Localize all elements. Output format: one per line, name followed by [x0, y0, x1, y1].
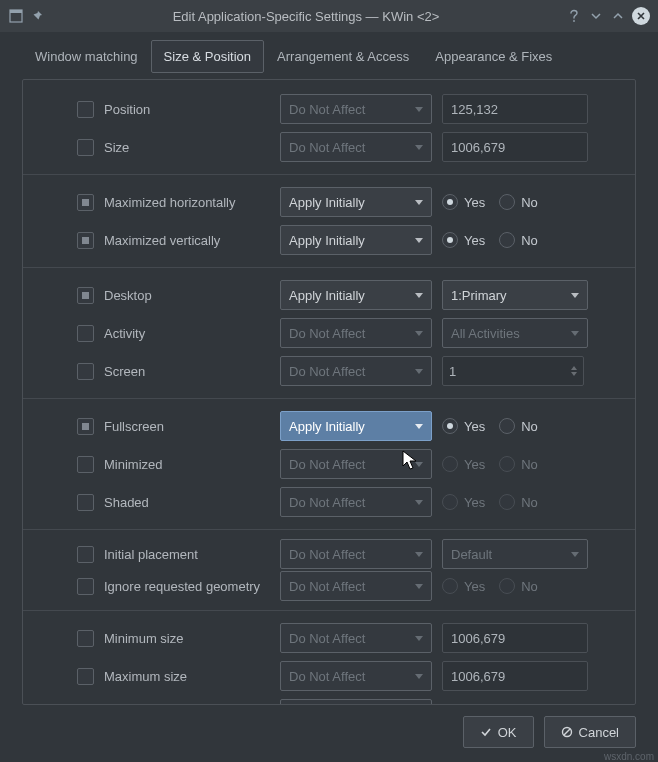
enable-fullscreen-checkbox[interactable]: [77, 418, 94, 435]
enable-position-checkbox[interactable]: [77, 101, 94, 118]
rule-fullscreen-select[interactable]: Apply Initially: [280, 411, 432, 441]
rule-screen-select[interactable]: Do Not Affect: [280, 356, 432, 386]
enable-activity-checkbox[interactable]: [77, 325, 94, 342]
tab-appearance-fixes[interactable]: Appearance & Fixes: [422, 40, 565, 73]
dialog-button-bar: OK Cancel: [463, 716, 636, 748]
label-ignoregeom: Ignore requested geometry: [104, 579, 270, 594]
activity-value-select[interactable]: All Activities: [442, 318, 588, 348]
rule-size-select[interactable]: Do Not Affect: [280, 132, 432, 162]
row-shaded: Shaded Do Not Affect Yes No: [77, 483, 607, 521]
rule-position-select[interactable]: Do Not Affect: [280, 94, 432, 124]
position-value-input[interactable]: 125,132: [442, 94, 588, 124]
rule-minimized-select[interactable]: Do Not Affect: [280, 449, 432, 479]
spin-arrows-icon: [571, 366, 577, 376]
enable-minsize-checkbox[interactable]: [77, 630, 94, 647]
help-icon[interactable]: [566, 8, 582, 24]
desktop-value-select[interactable]: 1:Primary: [442, 280, 588, 310]
ignoregeom-yes-radio[interactable]: Yes: [442, 578, 485, 594]
ignoregeom-radio-group: Yes No: [442, 578, 538, 594]
check-icon: [480, 726, 492, 738]
settings-panel: Position Do Not Affect 125,132 Size Do N…: [22, 79, 636, 705]
chevron-down-icon: [415, 462, 423, 467]
size-value-input[interactable]: 1006,679: [442, 132, 588, 162]
rule-maxh-select[interactable]: Apply Initially: [280, 187, 432, 217]
chevron-down-icon: [571, 293, 579, 298]
row-maximized-horizontally: Maximized horizontally Apply Initially Y…: [77, 183, 607, 221]
pin-icon[interactable]: [30, 8, 46, 24]
chevron-down-icon: [415, 238, 423, 243]
rule-ignoregeom-select[interactable]: Do Not Affect: [280, 571, 432, 601]
label-maxv: Maximized vertically: [104, 233, 270, 248]
row-activity: Activity Do Not Affect All Activities: [77, 314, 607, 352]
maxsize-value-input[interactable]: 1006,679: [442, 661, 588, 691]
row-size: Size Do Not Affect 1006,679: [77, 128, 607, 166]
rule-minsize-select[interactable]: Do Not Affect: [280, 623, 432, 653]
rule-shaded-select[interactable]: Do Not Affect: [280, 487, 432, 517]
maxh-yes-radio[interactable]: Yes: [442, 194, 485, 210]
tab-size-position[interactable]: Size & Position: [151, 40, 264, 73]
maxv-no-radio[interactable]: No: [499, 232, 538, 248]
chevron-down-icon: [415, 369, 423, 374]
tab-arrangement-access[interactable]: Arrangement & Access: [264, 40, 422, 73]
shaded-no-radio[interactable]: No: [499, 494, 538, 510]
chevron-down-icon: [415, 200, 423, 205]
row-initial-placement: Initial placement Do Not Affect Default: [77, 538, 607, 570]
label-position: Position: [104, 102, 270, 117]
maxh-radio-group: Yes No: [442, 194, 538, 210]
row-maximized-vertically: Maximized vertically Apply Initially Yes…: [77, 221, 607, 259]
maxv-yes-radio[interactable]: Yes: [442, 232, 485, 248]
rule-maxv-select[interactable]: Apply Initially: [280, 225, 432, 255]
label-desktop: Desktop: [104, 288, 270, 303]
label-minsize: Minimum size: [104, 631, 270, 646]
fullscreen-yes-radio[interactable]: Yes: [442, 418, 485, 434]
tab-window-matching[interactable]: Window matching: [22, 40, 151, 73]
rule-desktop-select[interactable]: Apply Initially: [280, 280, 432, 310]
enable-shaded-checkbox[interactable]: [77, 494, 94, 511]
maxh-no-radio[interactable]: No: [499, 194, 538, 210]
minimized-yes-radio[interactable]: Yes: [442, 456, 485, 472]
enable-maxsize-checkbox[interactable]: [77, 668, 94, 685]
label-screen: Screen: [104, 364, 270, 379]
tab-bar: Window matching Size & Position Arrangem…: [0, 32, 658, 73]
ignoregeom-no-radio[interactable]: No: [499, 578, 538, 594]
separator: [23, 267, 635, 268]
ok-button[interactable]: OK: [463, 716, 534, 748]
enable-initplace-checkbox[interactable]: [77, 546, 94, 563]
rule-initplace-select[interactable]: Do Not Affect: [280, 539, 432, 569]
cancel-icon: [561, 726, 573, 738]
chevron-down-icon: [415, 424, 423, 429]
initplace-value-select[interactable]: Default: [442, 539, 588, 569]
label-activity: Activity: [104, 326, 270, 341]
enable-desktop-checkbox[interactable]: [77, 287, 94, 304]
label-shaded: Shaded: [104, 495, 270, 510]
close-icon[interactable]: [632, 7, 650, 25]
enable-size-checkbox[interactable]: [77, 139, 94, 156]
minimized-radio-group: Yes No: [442, 456, 538, 472]
maxv-radio-group: Yes No: [442, 232, 538, 248]
fullscreen-radio-group: Yes No: [442, 418, 538, 434]
enable-ignoregeom-checkbox[interactable]: [77, 578, 94, 595]
rule-maxsize-select[interactable]: Do Not Affect: [280, 661, 432, 691]
maximize-icon[interactable]: [610, 8, 626, 24]
shaded-yes-radio[interactable]: Yes: [442, 494, 485, 510]
label-maxh: Maximized horizontally: [104, 195, 270, 210]
label-minimized: Minimized: [104, 457, 270, 472]
enable-maxv-checkbox[interactable]: [77, 232, 94, 249]
label-fullscreen: Fullscreen: [104, 419, 270, 434]
row-ignore-requested-geometry: Ignore requested geometry Do Not Affect …: [77, 570, 607, 602]
enable-maxh-checkbox[interactable]: [77, 194, 94, 211]
screen-value-spinbox[interactable]: 1: [442, 356, 584, 386]
rule-obeygeom-select[interactable]: Do Not Affect: [280, 699, 432, 705]
row-screen: Screen Do Not Affect 1: [77, 352, 607, 390]
fullscreen-no-radio[interactable]: No: [499, 418, 538, 434]
row-position: Position Do Not Affect 125,132: [77, 90, 607, 128]
rule-activity-select[interactable]: Do Not Affect: [280, 318, 432, 348]
cancel-button[interactable]: Cancel: [544, 716, 636, 748]
minimize-icon[interactable]: [588, 8, 604, 24]
enable-minimized-checkbox[interactable]: [77, 456, 94, 473]
app-menu-icon[interactable]: [8, 8, 24, 24]
row-minimized: Minimized Do Not Affect Yes No: [77, 445, 607, 483]
minsize-value-input[interactable]: 1006,679: [442, 623, 588, 653]
minimized-no-radio[interactable]: No: [499, 456, 538, 472]
enable-screen-checkbox[interactable]: [77, 363, 94, 380]
